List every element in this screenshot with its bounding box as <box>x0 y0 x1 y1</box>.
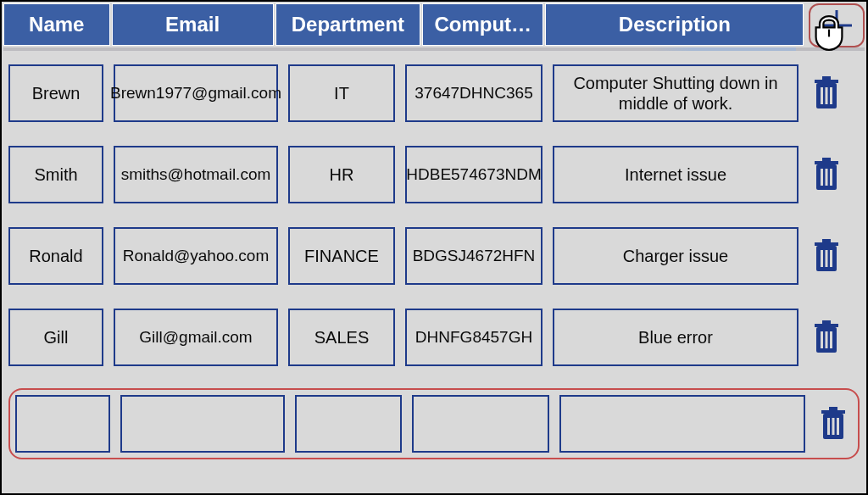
trash-icon <box>812 76 841 110</box>
computer-cell[interactable] <box>412 395 549 453</box>
table-row: RonaldRonald@yahoo.comFINANCEBDGSJ4672HF… <box>8 225 860 286</box>
email-cell[interactable]: Ronald@yahoo.com <box>114 227 278 285</box>
svg-rect-14 <box>821 250 823 267</box>
svg-rect-4 <box>821 87 823 104</box>
name-cell[interactable]: Gill <box>8 309 103 366</box>
svg-rect-22 <box>822 320 831 324</box>
department-cell[interactable]: IT <box>288 64 395 122</box>
svg-rect-11 <box>830 169 832 186</box>
svg-rect-16 <box>830 250 832 267</box>
header-name[interactable]: Name <box>3 3 110 46</box>
computer-cell[interactable]: HDBE574673NDM <box>405 146 542 203</box>
svg-rect-10 <box>826 169 828 186</box>
department-cell[interactable]: HR <box>288 146 395 203</box>
table-header: Name Email Department Comput… Descriptio… <box>2 2 866 47</box>
delete-row-button[interactable] <box>809 158 844 192</box>
rows-container: BrewnBrewn1977@gmail.comIT37647DHNC365Co… <box>2 56 866 459</box>
svg-rect-21 <box>830 331 832 348</box>
svg-rect-20 <box>826 331 828 348</box>
email-cell[interactable]: Gill@gmail.com <box>114 309 278 366</box>
svg-rect-9 <box>821 169 823 186</box>
header-computer[interactable]: Comput… <box>422 3 543 46</box>
delete-row-button[interactable] <box>815 407 851 441</box>
description-cell[interactable] <box>559 395 805 453</box>
svg-rect-6 <box>830 87 832 104</box>
delete-row-button[interactable] <box>809 239 844 273</box>
table-row: BrewnBrewn1977@gmail.comIT37647DHNC365Co… <box>8 63 860 124</box>
add-row-button[interactable] <box>809 3 865 47</box>
department-cell[interactable]: FINANCE <box>288 227 395 285</box>
delete-row-button[interactable] <box>809 76 844 110</box>
name-cell[interactable]: Ronald <box>8 227 103 285</box>
svg-rect-24 <box>827 418 830 435</box>
table-row <box>8 388 860 459</box>
email-cell[interactable]: smiths@hotmail.com <box>114 146 278 203</box>
svg-rect-15 <box>826 250 828 267</box>
description-cell[interactable]: Blue error <box>553 309 798 366</box>
svg-rect-26 <box>837 418 839 435</box>
name-cell[interactable]: Brewn <box>8 64 103 122</box>
department-cell[interactable]: SALES <box>288 309 395 366</box>
description-cell[interactable]: Charger issue <box>553 227 798 285</box>
header-description[interactable]: Description <box>545 3 804 46</box>
svg-rect-12 <box>822 158 831 161</box>
delete-row-button[interactable] <box>809 320 844 354</box>
trash-icon <box>812 239 841 273</box>
description-cell[interactable]: Computer Shutting down in middle of work… <box>553 64 798 122</box>
header-email[interactable]: Email <box>112 3 274 46</box>
header-department[interactable]: Department <box>275 3 420 46</box>
svg-rect-27 <box>829 407 837 410</box>
svg-rect-7 <box>822 76 831 80</box>
email-cell[interactable] <box>120 395 285 453</box>
name-cell[interactable]: Smith <box>8 146 103 203</box>
computer-cell[interactable]: BDGSJ4672HFN <box>405 227 542 285</box>
svg-rect-5 <box>826 87 828 104</box>
svg-rect-25 <box>832 418 835 435</box>
cursor-icon <box>810 14 848 56</box>
description-cell[interactable]: Internet issue <box>553 146 798 203</box>
computer-cell[interactable]: DHNFG8457GH <box>405 309 542 366</box>
name-cell[interactable] <box>15 395 110 453</box>
department-cell[interactable] <box>295 395 402 453</box>
trash-icon <box>812 158 841 192</box>
trash-icon <box>819 407 848 441</box>
svg-rect-17 <box>822 239 831 242</box>
svg-rect-19 <box>821 331 823 348</box>
header-separator <box>3 47 865 51</box>
table-row: Smithsmiths@hotmail.comHRHDBE574673NDMIn… <box>8 144 860 205</box>
trash-icon <box>812 320 841 354</box>
table-row: GillGill@gmail.comSALESDHNFG8457GHBlue e… <box>8 307 860 368</box>
email-cell[interactable]: Brewn1977@gmail.com <box>114 64 278 122</box>
computer-cell[interactable]: 37647DHNC365 <box>405 64 542 122</box>
